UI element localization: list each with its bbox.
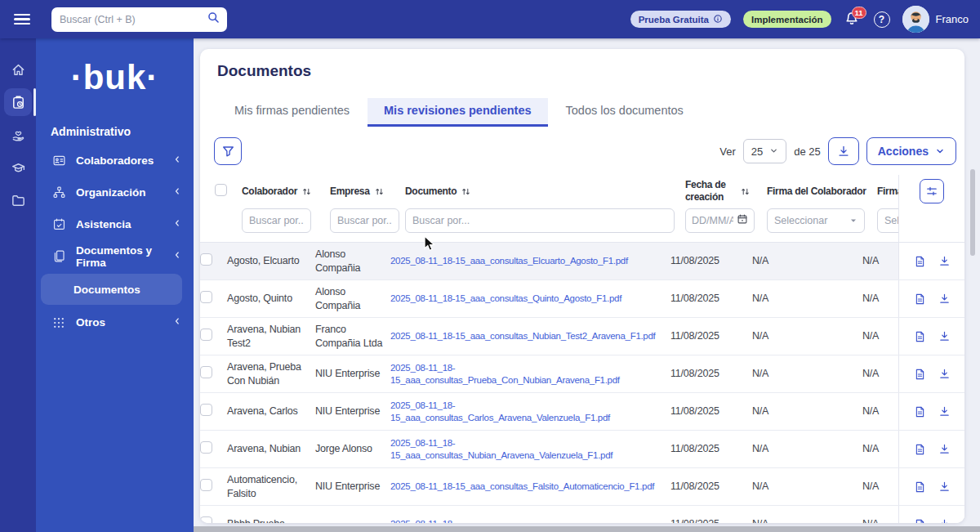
row-checkbox[interactable] (200, 291, 212, 303)
documents-card: Documentos Mis firmas pendientes Mis rev… (200, 49, 964, 523)
view-document-icon[interactable] (914, 330, 926, 343)
filter-colaborador-input[interactable] (242, 208, 311, 233)
trial-badge[interactable]: Prueba Gratuita (630, 11, 731, 28)
download-document-icon[interactable] (938, 405, 951, 418)
notifications-button[interactable]: 11 (844, 10, 862, 29)
rail-training-button[interactable] (0, 151, 36, 184)
sidebar-item-documentos-y-firma[interactable]: Documentos y Firma (36, 240, 194, 272)
sidebar-subitem-documentos[interactable]: Documentos (41, 274, 182, 305)
document-link[interactable]: 2025_08-11_18-15_aaa_consultas_Carlos_Ar… (390, 400, 664, 424)
document-link[interactable]: 2025_08-11_18-15_aaa_consultas_Quinto_Ag… (390, 293, 664, 305)
search-icon[interactable] (207, 11, 220, 28)
rail-benefits-button[interactable] (0, 118, 36, 151)
filter-button[interactable] (214, 137, 242, 165)
cell-fecha: 11/08/2025 (670, 254, 752, 267)
cell-firma-colaborador: N/A (752, 517, 862, 523)
download-icon (837, 145, 850, 158)
tab-mis-firmas-pendientes[interactable]: Mis firmas pendientes (218, 98, 366, 127)
row-checkbox[interactable] (200, 253, 212, 266)
column-header-empresa[interactable]: Empresa (330, 186, 405, 198)
implementation-badge-label: Implementación (751, 15, 823, 25)
view-document-icon[interactable] (914, 368, 926, 381)
search-input[interactable] (60, 14, 207, 25)
column-header-firma-colaborador: Firma del Colaborador (767, 186, 877, 198)
global-search[interactable] (51, 7, 227, 32)
document-link[interactable]: 2025_08-11_18- (390, 518, 664, 523)
tab-mis-revisiones-pendientes[interactable]: Mis revisiones pendientes (368, 98, 548, 127)
cell-empresa: Franco Compañia Ltda (315, 323, 390, 350)
sidebar-item-otros[interactable]: Otros (36, 306, 194, 338)
view-document-icon[interactable] (914, 255, 926, 268)
row-checkbox[interactable] (200, 329, 212, 341)
question-icon: ? (879, 14, 884, 25)
table-row: Agosto, Elcuarto Alonso Compañia 2025_08… (200, 243, 964, 280)
row-actions (898, 393, 964, 430)
hamburger-menu-icon[interactable] (14, 14, 30, 25)
user-menu[interactable]: Franco (902, 6, 969, 33)
document-link[interactable]: 2025_08-11_18-15_aaa_consultas_Falsito_A… (390, 481, 664, 493)
document-link[interactable]: 2025_08-11_18-15_aaa_consultas_Nubian_Te… (390, 330, 664, 342)
view-document-icon[interactable] (914, 443, 926, 456)
implementation-badge[interactable]: Implementación (743, 11, 831, 28)
calendar-check-icon (52, 217, 68, 231)
row-actions (898, 468, 964, 505)
view-document-icon[interactable] (914, 405, 926, 418)
download-document-icon[interactable] (938, 368, 951, 380)
column-header-documento[interactable]: Documento (405, 186, 685, 198)
help-button[interactable]: ? (874, 11, 890, 28)
rail-home-button[interactable] (0, 53, 36, 86)
row-checkbox[interactable] (200, 366, 212, 378)
page-title: Documentos (217, 62, 964, 80)
sidebar-item-label: Otros (76, 316, 172, 329)
sliders-icon (925, 185, 938, 198)
table-row: Bbbb Prueba 2025_08-11_18- 11/08/2025 N/… (200, 506, 964, 523)
actions-button[interactable]: Acciones (866, 137, 956, 165)
filter-firma-colaborador-select[interactable]: Seleccionar (767, 208, 865, 233)
view-document-icon[interactable] (914, 293, 926, 306)
page-size-select[interactable]: 25 (743, 139, 786, 163)
cell-colaborador: Aravena, Nubian (227, 442, 315, 455)
cell-colaborador: Automaticencio, Falsito (227, 473, 315, 500)
row-checkbox[interactable] (200, 404, 212, 416)
table-row: Aravena, Prueba Con Nubián NIU Enterpris… (200, 355, 964, 393)
calendar-icon[interactable] (737, 213, 748, 228)
chevron-down-icon (935, 146, 945, 156)
download-document-icon[interactable] (938, 330, 951, 342)
table-header: Colaborador Empresa Documento Fecha de c… (200, 175, 964, 243)
download-document-icon[interactable] (938, 443, 951, 455)
info-icon (713, 14, 723, 25)
download-document-icon[interactable] (938, 255, 951, 267)
row-checkbox[interactable] (200, 479, 212, 491)
sidebar-item-asistencia[interactable]: Asistencia (36, 208, 194, 240)
table-row: Automaticencio, Falsito NIU Enterprise 2… (200, 468, 964, 506)
column-header-fecha[interactable]: Fecha de creación (685, 179, 767, 203)
filter-empresa-input[interactable] (330, 208, 399, 233)
view-document-icon[interactable] (914, 481, 926, 494)
column-header-colaborador[interactable]: Colaborador (242, 186, 330, 198)
download-document-icon[interactable] (938, 518, 951, 523)
document-link[interactable]: 2025_08-11_18-15_aaa_consultas_Elcuarto_… (390, 255, 664, 267)
horizontal-scrollbar[interactable] (194, 526, 980, 532)
sidebar-item-organizacion[interactable]: Organización (36, 177, 194, 208)
sidebar-section-label: Administrativo (51, 125, 194, 138)
vertical-scrollbar[interactable] (970, 169, 975, 256)
export-download-button[interactable] (828, 137, 859, 165)
select-all-checkbox[interactable] (215, 184, 227, 196)
cell-colaborador: Aravena, Prueba Con Nubián (227, 360, 315, 387)
avatar (902, 6, 929, 33)
sidebar-item-colaboradores[interactable]: Colaboradores (36, 145, 194, 177)
download-document-icon[interactable] (938, 293, 951, 305)
filter-documento-input[interactable] (405, 208, 675, 233)
row-checkbox[interactable] (200, 516, 212, 523)
row-checkbox[interactable] (200, 441, 212, 454)
filter-fecha-input[interactable]: DD/MM/AAAA (685, 208, 755, 233)
rail-documents-button[interactable] (0, 86, 36, 118)
view-document-icon[interactable] (914, 518, 926, 524)
document-link[interactable]: 2025_08-11_18-15_aaa_consultas_Prueba_Co… (390, 362, 664, 387)
rail-files-button[interactable] (0, 184, 36, 217)
download-document-icon[interactable] (938, 481, 951, 493)
sidebar: ·buk· Administrativo Colaboradores Organ… (36, 38, 194, 532)
document-link[interactable]: 2025_08-11_18-15_aaa_consultas_Nubian_Ar… (390, 437, 664, 462)
column-settings-button[interactable] (920, 179, 944, 203)
tab-todos-los-documentos[interactable]: Todos los documentos (550, 98, 700, 127)
